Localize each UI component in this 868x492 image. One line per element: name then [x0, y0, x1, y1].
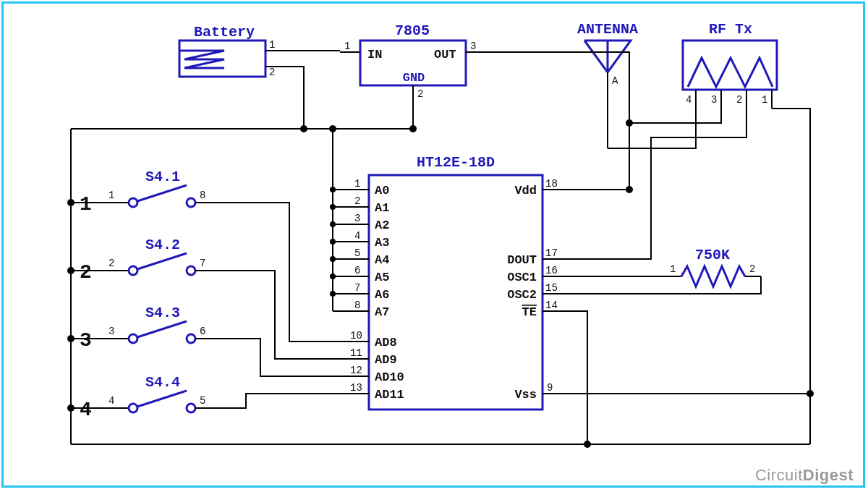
svg-text:AD9: AD9: [375, 353, 397, 367]
svg-point-91: [187, 334, 195, 343]
reg-label: 7805: [395, 22, 430, 39]
svg-text:AD10: AD10: [375, 370, 404, 384]
svg-text:5: 5: [200, 395, 205, 407]
svg-point-99: [187, 404, 195, 412]
svg-point-118: [329, 125, 336, 132]
svg-text:Vdd: Vdd: [514, 184, 537, 198]
battery: Battery 1 2: [179, 24, 286, 78]
svg-text:18: 18: [545, 178, 558, 190]
svg-point-83: [187, 266, 195, 275]
svg-text:DOUT: DOUT: [507, 253, 537, 267]
svg-point-75: [187, 198, 195, 207]
svg-text:S4.2: S4.2: [145, 237, 180, 253]
row-label-4: 4: [80, 399, 92, 421]
svg-text:4: 4: [109, 395, 114, 407]
row-label-1: 1: [80, 193, 92, 216]
svg-text:A0: A0: [375, 184, 389, 198]
svg-text:1: 1: [344, 41, 350, 52]
svg-text:A2: A2: [375, 219, 389, 232]
rftx-pin-4: 4: [686, 94, 692, 106]
battery-pin-1: 1: [269, 39, 275, 51]
row-label-3: 3: [80, 329, 92, 352]
svg-text:S4.4: S4.4: [145, 374, 180, 391]
svg-point-124: [626, 119, 633, 127]
svg-text:A4: A4: [375, 253, 389, 267]
svg-text:A3: A3: [375, 236, 389, 250]
svg-point-117: [300, 125, 307, 132]
reg-in: IN: [367, 48, 382, 62]
svg-text:7: 7: [200, 258, 205, 269]
rftx-label: RF Tx: [709, 21, 752, 38]
svg-point-115: [330, 273, 336, 279]
rftx-pin-1: 1: [762, 94, 767, 106]
row-label-2: 2: [80, 261, 92, 284]
svg-text:14: 14: [545, 300, 558, 311]
ic-label: HT12E-18D: [417, 154, 495, 171]
watermark-part-b: Digest: [803, 466, 854, 484]
svg-text:S4.1: S4.1: [145, 169, 180, 185]
svg-text:4: 4: [354, 230, 360, 242]
svg-line-82: [137, 253, 187, 269]
svg-line-74: [137, 185, 187, 201]
switch-s4-3: S4.3 3 6: [101, 305, 223, 343]
svg-point-127: [584, 441, 591, 448]
svg-text:A7: A7: [375, 305, 389, 319]
svg-text:2: 2: [417, 88, 423, 100]
svg-text:3: 3: [109, 326, 114, 337]
svg-point-120: [67, 199, 75, 206]
svg-text:5: 5: [354, 247, 360, 259]
res-pin1: 1: [670, 263, 676, 275]
resistor-label: 750K: [695, 247, 730, 263]
rf-tx-module: RF Tx 4 3 2 1: [683, 21, 777, 109]
svg-text:8: 8: [200, 190, 205, 201]
svg-point-73: [129, 198, 137, 207]
svg-text:12: 12: [350, 365, 362, 376]
svg-text:15: 15: [545, 282, 558, 294]
svg-point-125: [626, 186, 633, 193]
watermark-part-a: Circuit: [755, 466, 803, 484]
svg-point-116: [330, 291, 336, 297]
resistor-750k: 750K 1 2: [665, 247, 761, 287]
svg-text:6: 6: [200, 326, 205, 337]
svg-text:10: 10: [350, 330, 362, 342]
svg-text:2: 2: [109, 258, 114, 269]
svg-text:S4.3: S4.3: [145, 305, 180, 321]
svg-text:AD11: AD11: [375, 388, 404, 402]
svg-text:3: 3: [354, 213, 360, 224]
reg-out: OUT: [434, 48, 456, 62]
svg-text:OSC2: OSC2: [507, 288, 537, 302]
reg-gnd: GND: [403, 71, 425, 85]
svg-text:Vss: Vss: [514, 388, 537, 402]
svg-text:11: 11: [350, 347, 362, 359]
battery-pin-2: 2: [269, 67, 275, 78]
svg-line-90: [137, 321, 187, 337]
svg-text:1: 1: [109, 190, 114, 201]
svg-text:7: 7: [354, 282, 360, 294]
svg-point-119: [409, 125, 417, 132]
svg-text:2: 2: [354, 195, 360, 207]
watermark: CircuitDigest: [755, 466, 854, 485]
svg-point-113: [330, 239, 336, 245]
svg-text:OSC1: OSC1: [507, 271, 537, 284]
svg-text:17: 17: [545, 247, 558, 259]
svg-point-111: [330, 204, 336, 210]
rftx-pin-2: 2: [736, 94, 742, 106]
switch-s4-4: S4.4 4 5: [101, 374, 223, 412]
svg-text:A6: A6: [375, 288, 389, 302]
svg-text:6: 6: [354, 265, 360, 276]
rftx-pin-3: 3: [711, 94, 717, 106]
resistor-symbol: [681, 266, 745, 287]
ic-ht12e: HT12E-18D 1A0 2A1 3A2 4A3 5A4 6A5 7A6 8A…: [349, 154, 563, 410]
antenna-pin: A: [612, 75, 618, 87]
battery-label: Battery: [194, 24, 255, 41]
svg-point-110: [330, 187, 336, 192]
svg-point-121: [67, 267, 75, 274]
svg-text:16: 16: [545, 265, 558, 276]
svg-text:1: 1: [354, 178, 360, 190]
switch-s4-2: S4.2 2 7: [101, 237, 223, 275]
svg-point-89: [129, 334, 137, 343]
svg-text:A5: A5: [375, 271, 389, 284]
svg-point-122: [67, 335, 75, 342]
svg-text:13: 13: [350, 382, 362, 394]
svg-text:TE: TE: [522, 305, 537, 319]
